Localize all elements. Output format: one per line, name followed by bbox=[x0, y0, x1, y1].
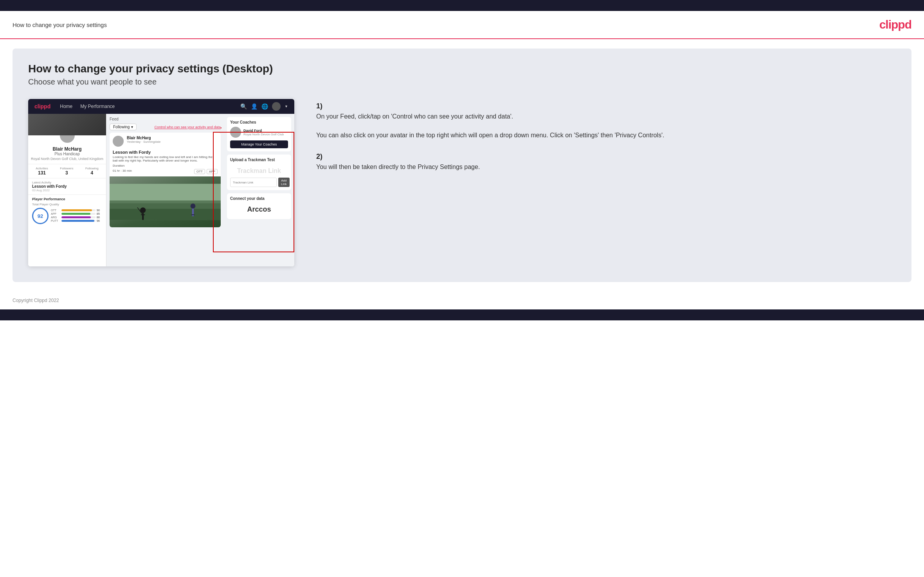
stat-activities-label: Activities bbox=[36, 167, 48, 170]
page-subtitle: Choose what you want people to see bbox=[28, 77, 896, 86]
profile-handicap: Plus Handicap bbox=[28, 152, 106, 156]
post-meta: Blair McHarg Yesterday · Sunningdale bbox=[127, 136, 160, 144]
svg-rect-6 bbox=[141, 214, 145, 215]
profile-name: Blair McHarg bbox=[28, 146, 106, 152]
post-tags: OTT APP bbox=[194, 169, 218, 174]
chevron-down-icon[interactable]: ▼ bbox=[285, 104, 288, 108]
app-body: Blair McHarg Plus Handicap Royal North D… bbox=[28, 114, 294, 266]
feed-label: Feed bbox=[110, 117, 221, 121]
trackman-title: Upload a Trackman Test bbox=[230, 158, 288, 162]
nav-link-home[interactable]: Home bbox=[60, 104, 72, 109]
person-icon[interactable]: 👤 bbox=[251, 103, 258, 110]
coach-info: David Ford Royal North Devon Golf Club bbox=[243, 129, 284, 136]
bottom-bar bbox=[0, 309, 924, 320]
search-icon[interactable]: 🔍 bbox=[240, 103, 247, 110]
stat-activities-value: 131 bbox=[36, 170, 48, 176]
app-nav: clippd Home My Performance 🔍 👤 🌐 ▼ bbox=[28, 99, 294, 114]
arccos-brand: Arccos bbox=[230, 203, 288, 216]
stat-followers-label: Followers bbox=[60, 167, 73, 170]
add-link-button[interactable]: Add Link bbox=[278, 178, 290, 187]
post-image bbox=[110, 176, 221, 227]
post-description: Looking to feel like my hands are exitin… bbox=[113, 155, 218, 162]
post-image-svg bbox=[110, 176, 221, 227]
right-sidebar: Your Coaches David Ford Royal North Devo… bbox=[224, 114, 294, 266]
app-nav-icons: 🔍 👤 🌐 ▼ bbox=[240, 102, 288, 111]
logo: clippd bbox=[879, 18, 911, 31]
profile-sidebar: Blair McHarg Plus Handicap Royal North D… bbox=[28, 114, 106, 266]
copyright: Copyright Clippd 2022 bbox=[13, 298, 59, 303]
coach-avatar bbox=[230, 127, 241, 138]
post-avatar bbox=[113, 136, 124, 147]
post-content: Lesson with Fordy Looking to feel like m… bbox=[110, 150, 221, 176]
annotation-line bbox=[221, 128, 222, 128]
latest-activity: Latest Activity Lesson with Fordy 03 Aug… bbox=[28, 178, 106, 194]
pp-quality-label: Total Player Quality bbox=[32, 203, 102, 206]
page-title: How to change your privacy settings (Des… bbox=[28, 63, 896, 75]
svg-rect-3 bbox=[110, 184, 221, 201]
pp-bar-putt: PUTT 96 bbox=[51, 219, 102, 222]
app-logo: clippd bbox=[34, 103, 50, 110]
feed-post-header: Blair McHarg Yesterday · Sunningdale bbox=[110, 133, 221, 150]
coach-name: David Ford bbox=[243, 129, 284, 133]
latest-activity-date: 03 Aug 2022 bbox=[32, 189, 102, 192]
instruction-1-number: 1) bbox=[316, 102, 896, 110]
header: How to change your privacy settings clip… bbox=[0, 11, 924, 39]
pp-score: 92 bbox=[32, 208, 49, 224]
app-nav-links: Home My Performance bbox=[60, 104, 115, 109]
connect-widget: Connect your data Arccos bbox=[227, 193, 291, 219]
stat-following: Following 4 bbox=[85, 167, 99, 176]
svg-point-8 bbox=[191, 203, 196, 209]
feed-post: Blair McHarg Yesterday · Sunningdale Les… bbox=[110, 133, 221, 227]
post-title: Lesson with Fordy bbox=[113, 150, 218, 155]
trackman-big-label: Trackman Link bbox=[230, 164, 288, 178]
chevron-down-icon: ▾ bbox=[131, 125, 133, 129]
stat-following-label: Following bbox=[85, 167, 99, 170]
trackman-input[interactable] bbox=[230, 178, 277, 187]
following-button[interactable]: Following ▾ bbox=[110, 124, 137, 130]
connect-title: Connect your data bbox=[230, 196, 288, 201]
pp-bars: OTT 90 APP 85 ARG bbox=[51, 209, 102, 223]
pp-bar-ott: OTT 90 bbox=[51, 209, 102, 212]
content-row: clippd Home My Performance 🔍 👤 🌐 ▼ bbox=[28, 99, 896, 266]
instruction-2-text: You will then be taken directly to the P… bbox=[316, 162, 896, 172]
main-content: How to change your privacy settings (Des… bbox=[13, 49, 911, 282]
post-author: Blair McHarg bbox=[127, 136, 160, 140]
player-performance: Player Performance Total Player Quality … bbox=[28, 194, 106, 226]
post-location: Yesterday · Sunningdale bbox=[127, 140, 160, 144]
pp-bar-app: APP 85 bbox=[51, 212, 102, 215]
header-title: How to change your privacy settings bbox=[13, 22, 107, 28]
footer: Copyright Clippd 2022 bbox=[0, 291, 924, 309]
instruction-2-number: 2) bbox=[316, 153, 896, 161]
tag-ott: OTT bbox=[194, 169, 205, 174]
instructions-panel: 1) On your Feed, click/tap on 'Control w… bbox=[310, 99, 896, 184]
instruction-1-text: On your Feed, click/tap on 'Control who … bbox=[316, 112, 896, 140]
svg-rect-2 bbox=[110, 209, 221, 220]
app-screenshot: clippd Home My Performance 🔍 👤 🌐 ▼ bbox=[28, 99, 294, 266]
stat-followers: Followers 3 bbox=[60, 167, 73, 176]
coaches-title: Your Coaches bbox=[230, 120, 288, 124]
tag-app: APP bbox=[207, 169, 218, 174]
coaches-widget: Your Coaches David Ford Royal North Devo… bbox=[227, 117, 291, 151]
pp-row: 92 OTT 90 APP 85 bbox=[32, 208, 102, 224]
svg-rect-10 bbox=[191, 214, 195, 215]
pp-bar-arg: ARG 86 bbox=[51, 216, 102, 219]
post-duration-label: Duration bbox=[113, 164, 218, 167]
feed-top-row: Following ▾ Control who can see your act… bbox=[110, 124, 221, 130]
control-link[interactable]: Control who can see your activity and da… bbox=[154, 125, 221, 129]
top-bar bbox=[0, 0, 924, 11]
profile-club: Royal North Devon Golf Club, United King… bbox=[28, 157, 106, 161]
instruction-2: 2) You will then be taken directly to th… bbox=[316, 153, 896, 172]
coach-item: David Ford Royal North Devon Golf Club bbox=[230, 127, 288, 138]
avatar[interactable] bbox=[272, 102, 281, 111]
feed-area: Feed Following ▾ Control who can see you… bbox=[106, 114, 224, 266]
nav-link-my-performance[interactable]: My Performance bbox=[80, 104, 115, 109]
stat-activities: Activities 131 bbox=[36, 167, 48, 176]
manage-coaches-button[interactable]: Manage Your Coaches bbox=[230, 140, 288, 148]
stat-following-value: 4 bbox=[85, 170, 99, 176]
instruction-1: 1) On your Feed, click/tap on 'Control w… bbox=[316, 102, 896, 140]
trackman-input-row: Add Link bbox=[230, 178, 288, 187]
svg-rect-5 bbox=[142, 213, 144, 220]
globe-icon[interactable]: 🌐 bbox=[261, 103, 268, 110]
profile-cover bbox=[28, 114, 106, 135]
post-duration: 01 hr : 30 min bbox=[113, 169, 132, 173]
